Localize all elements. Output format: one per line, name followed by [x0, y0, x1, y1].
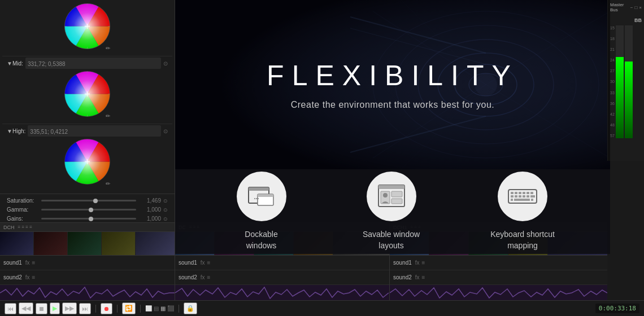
mid-expand-icon[interactable]: ▼	[7, 60, 10, 67]
mid-track-1-fx-icon[interactable]: fx	[201, 260, 205, 266]
left-track-2-fx-icon[interactable]: fx	[25, 274, 30, 280]
mid-value-field[interactable]: 331,72; 0,5388	[25, 58, 161, 69]
transport-bar: ⏮ ◀◀ ⏹ ▶ ▶▶ ⏭ ⏺ 🔁 ⬜ ▤ ▦ ⬛ 🔒 0:00:33:18	[0, 300, 644, 316]
keyboard-icon	[507, 186, 538, 207]
wheel-pencil-icon[interactable]: ✏	[106, 45, 110, 51]
svg-rect-57	[530, 192, 533, 194]
mid-track-2-menu-icon[interactable]: ≡	[207, 274, 211, 280]
thumb-3	[68, 232, 102, 255]
gamma-thumb[interactable]	[89, 208, 93, 212]
left-track-2-name: sound2	[3, 274, 22, 280]
view-icon-1[interactable]: ⬜	[145, 305, 152, 311]
left-track-1-fx-icon[interactable]: fx	[25, 260, 30, 266]
gains-reset-icon[interactable]: ⊙	[163, 216, 168, 222]
right-track-1-name: sound1	[393, 260, 412, 266]
svg-rect-52	[511, 192, 514, 194]
mid-color-wheel[interactable]	[63, 70, 111, 118]
meter-left-bar	[616, 57, 624, 138]
color-grading-panel: ✏ ▼ Mid: 331,72; 0,5388 ⊙	[0, 0, 175, 254]
mid-waveform-svg	[175, 285, 389, 300]
high-label: High:	[12, 128, 25, 134]
left-thumbnail-strip	[0, 231, 175, 255]
left-timeline-header: DCH ≡ ≡ ≡ ≡	[0, 222, 175, 231]
meter-tick-18: 18	[610, 37, 615, 41]
meter-tick-48: 48	[610, 123, 615, 127]
meter-expand-icon[interactable]: □	[634, 5, 637, 10]
transport-stop-button[interactable]: ⏹	[36, 303, 47, 314]
mid-wheel-pencil-icon[interactable]: ✏	[106, 113, 110, 119]
dockable-label: Dockablewindows	[245, 229, 277, 251]
view-icon-active[interactable]: ▦	[160, 305, 166, 311]
savable-label: Savable windowlayouts	[363, 229, 420, 251]
svg-rect-66	[531, 199, 533, 201]
meter-window-controls: − □ ×	[630, 5, 642, 10]
svg-rect-62	[526, 195, 529, 198]
gains-value: 1,000	[140, 216, 161, 222]
gains-label: Gains:	[7, 216, 38, 222]
right-track-1-menu-icon[interactable]: ≡	[422, 260, 425, 266]
high-wheel-pencil-icon[interactable]: ✏	[106, 181, 110, 187]
timeline-mid-panel: sound1 fx ≡ sound2 fx ≡	[175, 255, 390, 300]
svg-rect-46	[378, 185, 404, 189]
svg-point-50	[383, 193, 388, 198]
thumb-5	[136, 232, 175, 255]
gamma-value: 1,000	[140, 207, 161, 213]
features-section: Dockablewindows Savable windowlayouts	[175, 169, 610, 254]
left-track-1-name: sound1	[3, 260, 22, 266]
transport-separator-4	[179, 305, 179, 313]
svg-rect-56	[526, 192, 529, 194]
saturation-thumb[interactable]	[93, 199, 98, 203]
mid-wheel-item: ✏	[60, 70, 114, 120]
transport-loop-button[interactable]: 🔁	[122, 302, 136, 314]
gamma-track[interactable]	[41, 209, 136, 210]
transport-prev-frame-button[interactable]: ◀◀	[19, 302, 33, 314]
high-color-wheel[interactable]	[63, 138, 111, 186]
gains-thumb[interactable]	[89, 217, 93, 221]
left-track-2-menu-icon[interactable]: ≡	[32, 274, 36, 280]
meter-close-icon[interactable]: ×	[639, 5, 642, 10]
master-bus-label: Master Bus	[610, 2, 630, 12]
right-track-1-fx-icon[interactable]: fx	[415, 260, 420, 266]
meter-minimize-icon[interactable]: −	[630, 5, 633, 10]
mid-track-2-fx-icon[interactable]: fx	[201, 274, 205, 280]
transport-next-frame-button[interactable]: ▶▶	[62, 302, 77, 314]
high-row: ▼ High: 335,51; 0,4212 ⊙	[2, 124, 172, 138]
mid-waveform	[175, 285, 389, 300]
view-mode-icons: ⬜ ▤ ▦ ⬛	[145, 305, 174, 311]
right-track-2: sound2 fx ≡	[390, 270, 607, 285]
saturation-track[interactable]	[41, 200, 136, 201]
feature-dockable: Dockablewindows	[216, 172, 307, 251]
transport-play-button[interactable]: ▶	[50, 302, 60, 314]
transport-separator-1	[95, 305, 96, 313]
transport-record-button[interactable]: ⏺	[101, 303, 112, 314]
right-track-2-fx-icon[interactable]: fx	[415, 274, 420, 280]
mid-settings-icon[interactable]: ⊙	[163, 60, 168, 67]
audio-meter-panel: Master Bus − □ × BB 15 18 21 24 27 30 33…	[607, 0, 644, 161]
transport-goto-end-button[interactable]: ⏭	[79, 303, 91, 314]
high-settings-icon[interactable]: ⊙	[163, 128, 168, 134]
snap-button[interactable]: 🔒	[184, 302, 197, 314]
dockable-icon-circle	[237, 172, 286, 221]
feature-keyboard: Keyboard shortcutmapping	[476, 172, 569, 251]
view-icon-3[interactable]: ⬛	[167, 305, 174, 311]
thumb-4	[102, 232, 136, 255]
mid-track-1-menu-icon[interactable]: ≡	[207, 260, 211, 266]
meter-tick-15: 15	[610, 26, 615, 30]
view-icon-2[interactable]: ▤	[154, 305, 159, 311]
gamma-reset-icon[interactable]: ⊙	[163, 207, 168, 213]
keyboard-icon-circle	[498, 172, 547, 221]
right-track-2-menu-icon[interactable]: ≡	[422, 274, 425, 280]
high-value-field[interactable]: 335,51; 0,4212	[28, 125, 161, 137]
left-track-1-menu-icon[interactable]: ≡	[32, 260, 36, 266]
savable-icon-circle	[367, 172, 416, 221]
high-expand-icon[interactable]: ▼	[7, 128, 10, 134]
transport-goto-start-button[interactable]: ⏮	[5, 303, 16, 314]
gains-track[interactable]	[41, 218, 136, 220]
left-timeline-menu-icon[interactable]: ≡ ≡ ≡ ≡	[18, 225, 32, 230]
meter-tick-57: 57	[610, 134, 615, 138]
svg-rect-65	[511, 199, 513, 201]
lift-color-wheel[interactable]	[63, 2, 111, 50]
meter-right-channel	[625, 25, 633, 138]
saturation-reset-icon[interactable]: ⊙	[163, 198, 168, 204]
mid-value: 331,72; 0,5388	[28, 61, 66, 67]
